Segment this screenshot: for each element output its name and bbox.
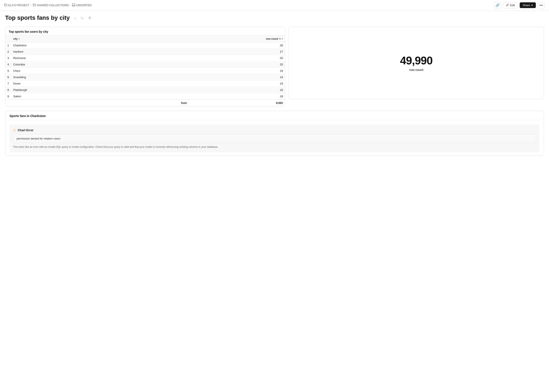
table-row: 4 Columbia 20 [5,61,285,68]
folder-icon-2 [33,3,36,7]
table-row: 6 Grambling 19 [5,74,285,80]
more-button[interactable]: ••• [537,2,545,9]
table-row: 7 Dover 19 [5,80,285,87]
edit-button[interactable]: Edit [503,2,518,8]
table-row: 3 Richmond 20 [5,55,285,61]
folder-icon [4,3,7,7]
error-hint-text: This looks like an error with an invalid… [13,145,536,149]
chart-error-title: Chart Error [18,128,34,132]
tfoot-label: Sum [11,100,189,106]
svg-rect-0 [4,4,7,6]
breadcrumb-unsorted[interactable]: UNSORTED [72,3,92,7]
link-button[interactable]: 🔗 [494,2,501,9]
warning-icon: ⚠ [13,128,16,132]
inbox-icon [72,3,75,7]
star-icon: ☆ [74,16,77,20]
row-city: Dover [11,80,189,87]
table-row: 5 Chico 19 [5,68,285,74]
table-card-title: Top sports fan users by city [5,27,285,35]
svg-rect-1 [33,4,36,6]
charleston-card-body: ⚠ Chart Error permission denied for rela… [5,120,544,156]
row-city: Grambling [11,74,189,80]
chevron-down-icon: ▾ [531,4,533,7]
table-card: Top sports fan users by city city ▾ [5,27,285,106]
row-num: 6 [5,74,11,80]
row-num: 4 [5,61,11,68]
row-num: 1 [5,42,11,49]
error-message-box: permission denied for relation users [13,134,536,143]
main-content: Top sports fan users by city city ▾ [0,23,549,159]
metric-card: 49,990 row count [289,27,544,99]
breadcrumb-sep-1: › [31,4,32,7]
row-city: Hartford [11,49,189,55]
row-count: 20 [189,61,285,68]
user-icon [88,16,91,20]
th-city[interactable]: city ▾ [11,36,189,42]
metric-value: 49,990 [400,54,433,67]
city-filter-icon[interactable]: ▾ [19,38,20,40]
row-count: 18 [189,93,285,100]
table-header-row: city ▾ row count ⇅ ▾ [5,36,285,42]
row-count: 19 [189,74,285,80]
th-num [5,36,11,42]
favorite-button[interactable]: ☆ [72,15,78,21]
row-city: Richmond [11,55,189,61]
refresh-button[interactable] [79,15,85,21]
nav-actions: 🔗 Edit Share ▾ ••• [494,2,545,9]
metric-label: row count [409,68,423,71]
chart-error-area: ⚠ Chart Error permission denied for rela… [10,125,539,152]
tfoot-value: 8,682 [189,100,285,106]
row-num: 2 [5,49,11,55]
row-count: 19 [189,80,285,87]
edit-icon [506,4,509,7]
refresh-icon [81,16,84,20]
breadcrumb-collections[interactable]: SHARED COLLECTIONS [33,3,69,7]
row-city: Plattsburgh [11,87,189,93]
row-city: Columbia [11,61,189,68]
error-message-text: permission denied for relation users [17,137,60,140]
top-nav: ELA'S PROJECT › SHARED COLLECTIONS › UNS… [0,0,549,11]
more-icon: ••• [539,3,543,7]
user-button[interactable] [87,15,93,21]
header-icons: ☆ [72,15,93,21]
data-table: city ▾ row count ⇅ ▾ [5,35,285,106]
row-num: 8 [5,87,11,93]
charleston-card: Sports fans in Charleston ⚠ Chart Error … [5,111,544,156]
row-num: 3 [5,55,11,61]
table-row: 2 Hartford 27 [5,49,285,55]
table-row: 8 Plattsburgh 18 [5,87,285,93]
link-icon: 🔗 [495,3,500,7]
row-count: 20 [189,55,285,61]
row-count: 27 [189,49,285,55]
row-count: 18 [189,87,285,93]
page-header: Top sports fans by city ☆ [0,11,549,23]
table-footer-row: Sum 8,682 [5,100,285,106]
charleston-card-title: Sports fans in Charleston [5,111,544,120]
breadcrumb-sep-2: › [70,4,71,7]
row-count: 28 [189,42,285,49]
row-city: Chico [11,68,189,74]
share-button[interactable]: Share ▾ [520,2,536,8]
count-filter-icon[interactable]: ▾ [282,38,283,40]
th-rowcount[interactable]: row count ⇅ ▾ [189,36,285,42]
row-count: 19 [189,68,285,74]
page-title: Top sports fans by city [5,14,70,21]
table-row: 1 Charleston 28 [5,42,285,49]
top-row: Top sports fan users by city city ▾ [5,27,544,106]
row-num: 5 [5,68,11,74]
sort-icon: ⇅ [279,38,281,40]
row-city: Charleston [11,42,189,49]
row-city: Salem [11,93,189,100]
table-body: 1 Charleston 28 2 Hartford 27 3 Richmond… [5,42,285,100]
table-row: 9 Salem 18 [5,93,285,100]
breadcrumb: ELA'S PROJECT › SHARED COLLECTIONS › UNS… [4,3,92,7]
row-num: 9 [5,93,11,100]
svg-point-3 [89,17,91,18]
breadcrumb-project[interactable]: ELA'S PROJECT [4,3,29,7]
row-num: 7 [5,80,11,87]
svg-rect-2 [72,4,75,6]
chart-error-header: ⚠ Chart Error [13,128,536,132]
